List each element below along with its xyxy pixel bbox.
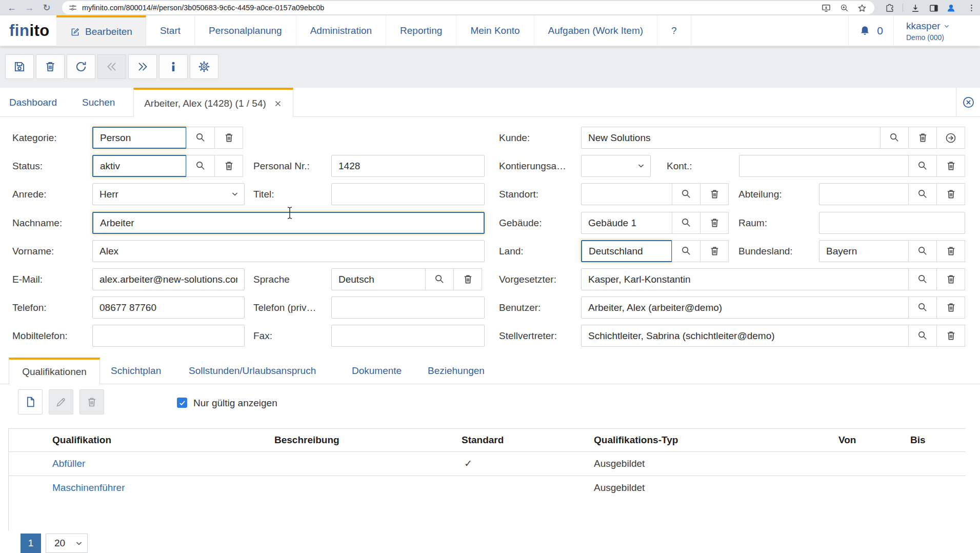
tab-dokumente[interactable]: Dokumente — [352, 358, 402, 384]
kontierungsart-select[interactable] — [581, 155, 651, 177]
gebaeude-clear-button[interactable] — [700, 212, 729, 234]
telefon-priv-input[interactable] — [331, 297, 485, 319]
info-button[interactable] — [159, 54, 188, 79]
gebaeude-input[interactable] — [581, 212, 672, 234]
titel-input[interactable] — [331, 183, 485, 205]
downloads-icon[interactable] — [909, 2, 922, 14]
search-icon — [681, 188, 692, 200]
bundesland-clear-button[interactable] — [936, 240, 965, 262]
abteilung-input[interactable] — [819, 183, 909, 205]
sprache-clear-button[interactable] — [453, 268, 482, 290]
kunde-search-button[interactable] — [880, 127, 909, 149]
status-search-button[interactable] — [186, 155, 215, 177]
vorgesetzter-clear-button[interactable] — [936, 268, 965, 290]
standort-input[interactable] — [581, 183, 672, 205]
gebaeude-label: Gebäude: — [499, 212, 542, 234]
benutzer-input[interactable] — [581, 297, 909, 319]
settings-button[interactable] — [190, 54, 218, 79]
url-bar[interactable]: myfinito.com/800014/#/person/3b050683-9c… — [62, 1, 874, 14]
land-input[interactable] — [581, 240, 672, 262]
stellvertreter-search-button[interactable] — [908, 325, 937, 347]
benutzer-search-button[interactable] — [908, 297, 937, 319]
notifications-button[interactable]: 0 — [848, 15, 894, 46]
nav-item-administration[interactable]: Administration — [296, 15, 386, 46]
kunde-goto-button[interactable] — [936, 127, 965, 149]
bookmark-star-icon[interactable] — [855, 2, 868, 14]
vorname-input[interactable] — [92, 240, 485, 262]
delete-qualification-button — [79, 389, 104, 414]
status-input[interactable] — [92, 155, 187, 177]
gebaeude-search-button[interactable] — [672, 212, 701, 234]
land-clear-button[interactable] — [700, 240, 729, 262]
kunde-input[interactable] — [581, 127, 881, 149]
nav-item-personalplanung[interactable]: Personalplanung — [195, 15, 296, 46]
table-row-qualification-link[interactable]: Abfüller — [52, 451, 85, 476]
user-menu[interactable]: kkasper Demo (000) — [894, 15, 980, 46]
email-input[interactable] — [92, 268, 245, 290]
mobiltelefon-input[interactable] — [92, 325, 245, 347]
page-number-button[interactable]: 1 — [21, 534, 41, 553]
close-icon[interactable] — [273, 99, 283, 108]
sprache-search-button[interactable] — [425, 268, 454, 290]
delete-button[interactable] — [36, 54, 65, 79]
telefon-input[interactable] — [92, 297, 245, 319]
tab-sollstunden[interactable]: Sollstunden/Urlaubsanspruch — [189, 358, 316, 384]
fax-input[interactable] — [331, 325, 485, 347]
profile-avatar-icon[interactable] — [945, 2, 957, 14]
standort-search-button[interactable] — [672, 183, 701, 205]
sprache-input[interactable] — [331, 268, 426, 290]
nav-item-help[interactable]: ? — [657, 15, 691, 46]
next-record-button[interactable] — [128, 54, 157, 79]
tab-schichtplan[interactable]: Schichtplan — [111, 358, 161, 384]
tab-person-active[interactable]: Arbeiter, Alex (1428) (1 / 54) — [133, 88, 293, 117]
anrede-select[interactable]: Herr — [92, 183, 245, 205]
save-button[interactable] — [5, 54, 34, 79]
nav-item-start[interactable]: Start — [146, 15, 195, 46]
abteilung-clear-button[interactable] — [936, 183, 965, 205]
land-search-button[interactable] — [672, 240, 701, 262]
close-all-tabs-button[interactable] — [956, 88, 980, 116]
site-settings-icon[interactable] — [68, 3, 77, 12]
kunde-clear-button[interactable] — [908, 127, 937, 149]
benutzer-clear-button[interactable] — [936, 297, 965, 319]
zoom-icon[interactable] — [838, 2, 851, 14]
new-qualification-button[interactable] — [18, 389, 43, 414]
tab-dashboard[interactable]: Dashboard — [9, 88, 57, 117]
nav-item-bearbeiten[interactable]: Bearbeiten — [56, 15, 146, 46]
reload-icon[interactable]: ↻ — [39, 0, 54, 15]
nav-item-aufgaben[interactable]: Aufgaben (Work Item) — [534, 15, 658, 46]
bundesland-search-button[interactable] — [908, 240, 937, 262]
kategorie-input[interactable] — [92, 127, 187, 149]
personal-nr-input[interactable] — [331, 155, 485, 177]
stellvertreter-clear-button[interactable] — [936, 325, 965, 347]
kont-clear-button[interactable] — [936, 155, 965, 177]
forward-icon[interactable]: → — [22, 0, 37, 15]
back-icon[interactable]: ← — [4, 0, 19, 15]
tab-beziehungen[interactable]: Beziehungen — [428, 358, 485, 384]
finito-logo[interactable]: finito — [9, 15, 50, 46]
stellvertreter-input[interactable] — [581, 325, 909, 347]
abteilung-search-button[interactable] — [908, 183, 937, 205]
status-clear-button[interactable] — [214, 155, 243, 177]
vorgesetzter-search-button[interactable] — [908, 268, 937, 290]
page-size-select[interactable]: 20 — [46, 534, 88, 553]
kategorie-clear-button[interactable] — [214, 127, 243, 149]
nav-item-mein-konto[interactable]: Mein Konto — [456, 15, 534, 46]
browser-menu-icon[interactable] — [965, 2, 978, 14]
tab-qualifikationen[interactable]: Qualifikationen — [9, 358, 100, 384]
side-panel-icon[interactable] — [927, 2, 940, 14]
kont-search-button[interactable] — [908, 155, 937, 177]
nur-gueltig-checkbox[interactable] — [177, 398, 187, 408]
nav-item-reporting[interactable]: Reporting — [386, 15, 456, 46]
table-row-qualification-link[interactable]: Maschinenführer — [52, 476, 125, 500]
vorgesetzter-input[interactable] — [581, 268, 909, 290]
refresh-button[interactable] — [67, 54, 95, 79]
tab-suchen[interactable]: Suchen — [82, 88, 115, 117]
raum-input[interactable] — [819, 212, 965, 234]
extensions-icon[interactable] — [883, 2, 896, 14]
install-app-icon[interactable] — [819, 2, 832, 14]
bundesland-input[interactable] — [819, 240, 909, 262]
kont-input[interactable] — [739, 155, 909, 177]
standort-clear-button[interactable] — [700, 183, 729, 205]
kategorie-search-button[interactable] — [186, 127, 215, 149]
